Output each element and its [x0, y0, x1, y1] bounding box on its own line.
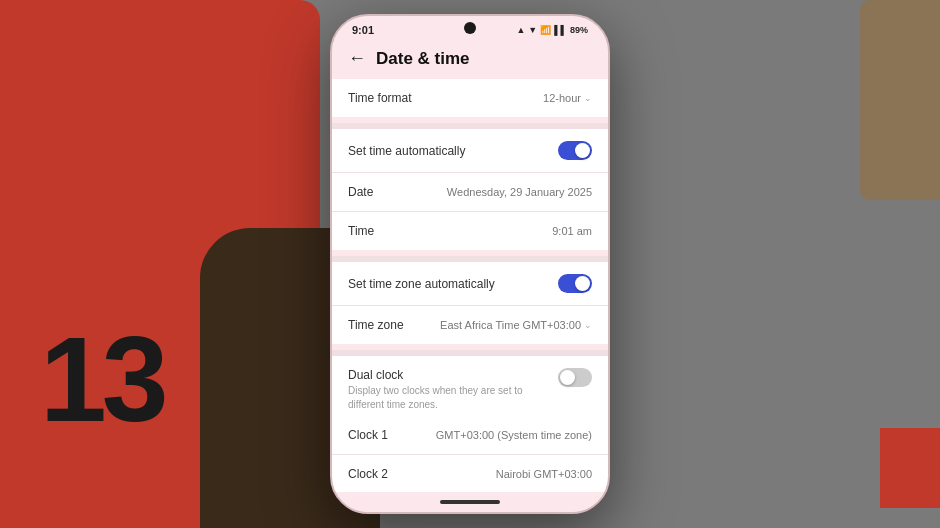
- clock2-row[interactable]: Clock 2 Nairobi GMT+03:00: [332, 455, 608, 492]
- timezone-label: Time zone: [348, 318, 404, 332]
- auto-time-group: Set time automatically Date Wednesday, 2…: [332, 129, 608, 250]
- date-value: Wednesday, 29 January 2025: [447, 186, 592, 198]
- time-row[interactable]: Time 9:01 am: [332, 212, 608, 250]
- wifi-icon: 📶: [540, 25, 551, 35]
- back-button[interactable]: ←: [348, 48, 366, 69]
- dual-clock-desc: Display two clocks when they are set to …: [348, 384, 548, 412]
- background-right-card2: [880, 428, 940, 508]
- signal-bars-icon: ▌▌: [554, 25, 567, 35]
- time-format-label: Time format: [348, 91, 412, 105]
- toggle-knob-2: [575, 276, 590, 291]
- set-timezone-auto-row[interactable]: Set time zone automatically: [332, 262, 608, 306]
- bottom-indicator: [440, 500, 500, 504]
- battery-icon: 89%: [570, 25, 588, 35]
- timezone-arrow: ⌄: [584, 320, 592, 330]
- dual-clock-group: Dual clock Display two clocks when they …: [332, 356, 608, 492]
- signal-up-icon: ▲: [516, 25, 525, 35]
- bottom-bar: [332, 492, 608, 512]
- dual-clock-info: Dual clock Display two clocks when they …: [348, 368, 548, 412]
- clock1-label: Clock 1: [348, 428, 388, 442]
- clock1-row[interactable]: Clock 1 GMT+03:00 (System time zone): [332, 416, 608, 455]
- clock2-value: Nairobi GMT+03:00: [496, 468, 592, 480]
- time-label: Time: [348, 224, 374, 238]
- timezone-value: East Africa Time GMT+03:00 ⌄: [440, 319, 592, 331]
- toggle-knob: [575, 143, 590, 158]
- time-format-value: 12-hour ⌄: [543, 92, 592, 104]
- settings-content: Time format 12-hour ⌄ Set time automatic…: [332, 79, 608, 492]
- set-timezone-auto-toggle[interactable]: [558, 274, 592, 293]
- dual-clock-toggle[interactable]: [558, 368, 592, 387]
- time-format-row[interactable]: Time format 12-hour ⌄: [332, 79, 608, 117]
- page-header: ← Date & time: [332, 40, 608, 79]
- time-value: 9:01 am: [552, 225, 592, 237]
- timezone-row[interactable]: Time zone East Africa Time GMT+03:00 ⌄: [332, 306, 608, 344]
- clock1-value: GMT+03:00 (System time zone): [436, 429, 592, 441]
- clock2-label: Clock 2: [348, 467, 388, 481]
- set-time-auto-toggle[interactable]: [558, 141, 592, 160]
- phone-screen: 9:01 ▲ ▼ 📶 ▌▌ 89% ← Date & time Time for…: [332, 16, 608, 512]
- camera-notch: [464, 22, 476, 34]
- set-timezone-auto-label: Set time zone automatically: [348, 277, 495, 291]
- signal-down-icon: ▼: [528, 25, 537, 35]
- time-format-group: Time format 12-hour ⌄: [332, 79, 608, 117]
- date-label: Date: [348, 185, 373, 199]
- dual-clock-title: Dual clock: [348, 368, 548, 382]
- status-icons: ▲ ▼ 📶 ▌▌ 89%: [516, 25, 588, 35]
- phone: 9:01 ▲ ▼ 📶 ▌▌ 89% ← Date & time Time for…: [330, 14, 610, 514]
- page-title: Date & time: [376, 49, 470, 69]
- date-row[interactable]: Date Wednesday, 29 January 2025: [332, 173, 608, 212]
- time-format-arrow: ⌄: [584, 93, 592, 103]
- dual-clock-header: Dual clock Display two clocks when they …: [332, 356, 608, 416]
- box-text: 13: [40, 310, 163, 448]
- auto-timezone-group: Set time zone automatically Time zone Ea…: [332, 262, 608, 344]
- dual-clock-title-row[interactable]: Dual clock Display two clocks when they …: [348, 368, 592, 412]
- toggle-knob-3: [560, 370, 575, 385]
- set-time-auto-label: Set time automatically: [348, 144, 465, 158]
- background-right-card: [860, 0, 940, 200]
- set-time-auto-row[interactable]: Set time automatically: [332, 129, 608, 173]
- status-time: 9:01: [352, 24, 374, 36]
